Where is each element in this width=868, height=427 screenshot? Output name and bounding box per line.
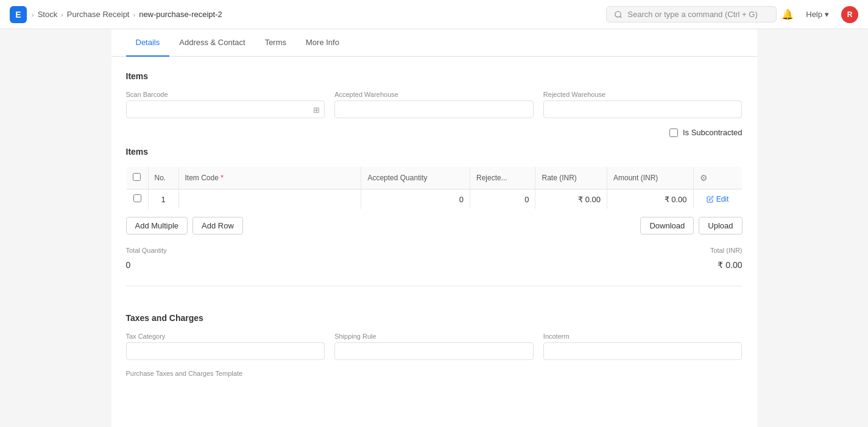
top-nav: E › Stock › Purchase Receipt › new-purch… [0, 0, 868, 29]
warehouse-form-row: Scan Barcode ⊞ Accepted Warehouse Reject… [126, 91, 743, 118]
total-qty-label: Total Quantity [126, 247, 427, 254]
breadcrumb-sep-3: › [133, 11, 135, 18]
tab-address[interactable]: Address & Contact [169, 29, 255, 57]
app-icon[interactable]: E [10, 6, 27, 23]
tax-category-label: Tax Category [126, 333, 325, 340]
row-check-cell [126, 189, 148, 210]
table-actions-right: Download Upload [640, 217, 742, 235]
page-container: Details Address & Contact Terms More Inf… [111, 29, 757, 427]
total-inr-value: ₹ 0.00 [442, 256, 743, 273]
row-rate-cell: ₹ 0.00 [535, 189, 607, 210]
section-divider [126, 286, 743, 286]
col-header-amount: Amount (INR) [607, 167, 693, 189]
item-code-input[interactable] [185, 195, 355, 204]
shipping-rule-field: Shipping Rule [334, 333, 534, 360]
accepted-warehouse-field: Accepted Warehouse [334, 91, 534, 118]
row-accepted-qty-cell: 0 [361, 189, 470, 210]
row-checkbox[interactable] [133, 194, 141, 202]
totals-row: Total Quantity 0 Total (INR) ₹ 0.00 [111, 247, 757, 273]
subcontracted-row: Is Subcontracted [126, 128, 743, 137]
table-row: 1 0 0 ₹ 0.00 ₹ 0.00 Edi [126, 189, 742, 210]
items-table: No. Item Code * Accepted Quantity Reject… [126, 166, 743, 210]
row-item-code-cell [178, 189, 361, 210]
shipping-rule-input[interactable] [334, 342, 534, 360]
svg-point-0 [615, 11, 621, 16]
col-header-settings: ⚙ [693, 167, 742, 189]
upload-button[interactable]: Upload [699, 217, 742, 235]
tab-more-info[interactable]: More Info [296, 29, 349, 57]
accepted-warehouse-input[interactable] [334, 101, 534, 118]
items-section-header: Items Scan Barcode ⊞ Accepted Warehouse … [111, 57, 757, 137]
purchase-taxes-field: Purchase Taxes and Charges Template [126, 370, 743, 377]
search-icon [614, 10, 623, 19]
add-multiple-button[interactable]: Add Multiple [126, 217, 188, 235]
is-subcontracted-checkbox[interactable] [669, 129, 678, 137]
tab-details[interactable]: Details [126, 29, 170, 57]
tab-terms[interactable]: Terms [255, 29, 296, 57]
taxes-grid: Tax Category Shipping Rule Incoterm [126, 333, 743, 360]
col-header-accepted-qty: Accepted Quantity [361, 167, 470, 189]
download-button[interactable]: Download [640, 217, 694, 235]
scan-barcode-label: Scan Barcode [126, 91, 325, 98]
bell-icon[interactable]: 🔔 [782, 9, 794, 20]
select-all-checkbox[interactable] [133, 173, 141, 181]
rejected-warehouse-field: Rejected Warehouse [543, 91, 743, 118]
is-subcontracted-label: Is Subcontracted [683, 128, 743, 137]
breadcrumb-sep-1: › [32, 11, 34, 18]
user-avatar[interactable]: R [841, 6, 858, 23]
col-header-rate: Rate (INR) [535, 167, 607, 189]
nav-right: 🔔 Help ▾ R [782, 6, 858, 23]
add-row-button[interactable]: Add Row [192, 217, 243, 235]
tabs-container: Details Address & Contact Terms More Inf… [111, 29, 757, 57]
purchase-taxes-label: Purchase Taxes and Charges Template [126, 370, 743, 377]
breadcrumb-purchase-receipt[interactable]: Purchase Receipt [67, 10, 130, 19]
edit-button[interactable]: Edit [700, 195, 736, 203]
incoterm-field: Incoterm [543, 333, 743, 360]
row-amount-cell: ₹ 0.00 [607, 189, 693, 210]
col-header-rejected-qty: Rejecte... [470, 167, 535, 189]
items-section-title: Items [126, 71, 743, 81]
taxes-section: Taxes and Charges Tax Category Shipping … [111, 298, 757, 377]
breadcrumb: › Stock › Purchase Receipt › new-purchas… [32, 10, 222, 19]
breadcrumb-stock[interactable]: Stock [38, 10, 58, 19]
incoterm-input[interactable] [543, 342, 743, 360]
total-qty-field: Total Quantity 0 [126, 247, 427, 273]
total-inr-field: Total (INR) ₹ 0.00 [442, 247, 743, 273]
search-bar[interactable]: Search or type a command (Ctrl + G) [606, 6, 777, 23]
total-inr-label: Total (INR) [442, 247, 743, 254]
shipping-rule-label: Shipping Rule [334, 333, 534, 340]
breadcrumb-sep-2: › [61, 11, 63, 18]
items-table-title: Items [126, 147, 743, 157]
barcode-input-wrapper: ⊞ [126, 101, 325, 118]
search-placeholder: Search or type a command (Ctrl + G) [627, 10, 758, 19]
rejected-warehouse-label: Rejected Warehouse [543, 91, 743, 98]
scan-barcode-field: Scan Barcode ⊞ [126, 91, 325, 118]
tax-category-input[interactable] [126, 342, 325, 360]
col-header-no: No. [148, 167, 178, 189]
col-header-check [126, 167, 148, 189]
incoterm-label: Incoterm [543, 333, 743, 340]
gear-icon[interactable]: ⚙ [700, 173, 708, 183]
tax-category-field: Tax Category [126, 333, 325, 360]
help-button[interactable]: Help ▾ [801, 7, 834, 21]
chevron-down-icon: ▾ [825, 10, 829, 19]
required-star: * [221, 174, 224, 182]
accepted-warehouse-label: Accepted Warehouse [334, 91, 534, 98]
edit-icon [707, 196, 714, 203]
svg-line-1 [620, 16, 622, 18]
scan-barcode-input[interactable] [126, 101, 325, 118]
row-no-cell: 1 [148, 189, 178, 210]
breadcrumb-current: new-purchase-receipt-2 [139, 10, 222, 19]
row-rejected-qty-cell: 0 [470, 189, 535, 210]
taxes-section-title: Taxes and Charges [126, 313, 743, 323]
row-edit-cell: Edit [693, 189, 742, 210]
table-header-row: No. Item Code * Accepted Quantity Reject… [126, 167, 742, 189]
table-actions-left: Add Multiple Add Row [126, 217, 243, 235]
col-header-item-code: Item Code * [178, 167, 361, 189]
items-table-section: Items No. Item Code * Accepted Quantity … [111, 137, 757, 235]
rejected-warehouse-input[interactable] [543, 101, 743, 118]
table-actions: Add Multiple Add Row Download Upload [126, 217, 743, 235]
total-qty-value: 0 [126, 256, 427, 273]
